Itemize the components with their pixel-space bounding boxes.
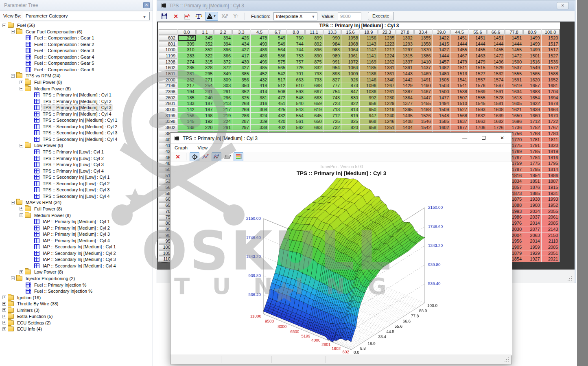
map-cell[interactable]: 1451 [469, 35, 487, 41]
map-cell[interactable]: 315 [196, 59, 214, 65]
tree-item-row[interactable]: IAP :: Primary Inj [Medium] : Cyl 2 [0, 225, 153, 232]
column-header-tps[interactable]: 44.5 [450, 29, 468, 35]
tree-item-label[interactable]: Extra Function (5) [16, 313, 54, 319]
map-cell[interactable]: 822 [341, 101, 359, 107]
map-cell[interactable]: 1722 [542, 119, 560, 125]
row-header-rpm[interactable]: 1199 [159, 53, 177, 59]
map-cell[interactable]: 983 [324, 47, 341, 53]
expand-icon[interactable]: + [20, 207, 23, 210]
map-cell[interactable]: 1422 [433, 35, 450, 41]
map-cell[interactable]: 394 [214, 41, 232, 47]
expand-icon[interactable]: + [2, 315, 6, 318]
tree-item-row[interactable]: IAP :: Secondary Inj [Medium] : Cyl 2 [0, 250, 153, 257]
map-cell[interactable]: 145 [178, 119, 196, 125]
map-cell[interactable]: 1229 [378, 101, 396, 107]
view-by-select[interactable]: Parameter Category ▼ [23, 12, 150, 20]
map-cell[interactable]: 1186 [360, 71, 378, 77]
map-cell[interactable]: 324 [251, 113, 269, 118]
tree-item-row[interactable]: TPS :: Primary Inj [Low] : Cyl 2 [0, 155, 153, 162]
map-cell[interactable]: 432 [251, 77, 269, 83]
tree-item-label[interactable]: Fuel :: Compensation : Gear 6 [33, 67, 95, 72]
map-cell[interactable]: 825 [341, 119, 359, 125]
map-cell[interactable]: 508 [269, 89, 286, 94]
map-cell[interactable]: 1340 [378, 77, 396, 83]
collapse-icon[interactable]: − [11, 30, 15, 33]
tree-item-label[interactable]: TPS :: Secondary Inj [Medium] : Cyl 1 [42, 117, 118, 123]
delete-button[interactable]: ✕ [171, 12, 181, 21]
map-cell[interactable]: 1780 [542, 131, 560, 136]
map-cell[interactable]: 1361 [378, 71, 396, 77]
tree-item-row[interactable]: Fuel :: Compensation : Gear 3 [0, 48, 153, 54]
map-cell[interactable]: 1704 [542, 89, 560, 94]
map-cell[interactable]: 1608 [487, 107, 505, 112]
map-cell[interactable]: 1915 [542, 184, 560, 190]
map-cell[interactable]: 1479 [469, 59, 487, 65]
map-cell[interactable]: 565 [269, 65, 286, 70]
map-cell[interactable]: 261 [214, 125, 232, 130]
tree-folder-row[interactable]: +Limiters (3) [0, 307, 153, 314]
map-cell[interactable]: 990 [324, 35, 341, 41]
map-cell[interactable]: 1370 [414, 47, 432, 53]
map-cell[interactable]: 2014 [523, 238, 541, 244]
map-cell[interactable]: 564 [269, 47, 286, 53]
map-cell[interactable]: 1527 [469, 71, 487, 77]
map-cell[interactable]: 316 [251, 101, 269, 107]
map-cell[interactable]: 899 [305, 35, 323, 41]
map-cell[interactable]: 958 [360, 125, 378, 130]
map-cell[interactable]: 1472 [487, 53, 505, 59]
map-cell[interactable]: 1811 [542, 137, 560, 142]
map-cell[interactable]: 1538 [450, 89, 468, 94]
map-cell[interactable]: 427 [232, 47, 250, 53]
map-cell[interactable]: 1315 [396, 53, 414, 59]
color-legend-button[interactable] [234, 152, 243, 161]
map-cell[interactable]: 1490 [414, 83, 432, 89]
map-cell[interactable]: 1009 [341, 71, 359, 77]
map-cell[interactable]: 1455 [414, 101, 432, 107]
tree-item-row[interactable]: IAP :: Primary Inj [Medium] : Cyl 1 [0, 219, 153, 225]
map-cell[interactable]: 2037 [523, 215, 541, 220]
tree-item-label[interactable]: Injector Proportioning (2) [24, 276, 76, 281]
tree-item-label[interactable]: IAP :: Primary Inj [Medium] : Cyl 1 [42, 219, 111, 224]
map-cell[interactable]: 394 [214, 35, 232, 41]
tree-item-label[interactable]: Fuel :: Secondary Injection % [33, 288, 94, 294]
map-cell[interactable]: 1814 [542, 167, 560, 172]
map-cell[interactable]: 287 [232, 119, 250, 125]
map-cell[interactable]: 1058 [341, 35, 359, 41]
map-cell[interactable]: 1444 [433, 53, 450, 59]
graph-plot-area[interactable]: TunerPro - Version 5.00 TPS :: Primary I… [170, 162, 512, 355]
tree-item-label[interactable]: TPS :: Secondary Inj [Medium] : Cyl 2 [42, 124, 118, 129]
collapse-icon[interactable]: − [20, 213, 23, 217]
map-cell[interactable]: 2061 [542, 215, 560, 220]
row-header-rpm[interactable]: 2199 [159, 83, 177, 89]
map-cell[interactable]: 1358 [414, 41, 432, 47]
map-cell[interactable]: 2021 [542, 256, 560, 262]
row-header-rpm[interactable]: 3398 [159, 119, 177, 125]
tree-folder-row[interactable]: −TPS vs RPM (24) [0, 73, 153, 79]
tree-item-row[interactable]: TPS :: Secondary Inj [Medium] : Cyl 3 [0, 130, 153, 136]
map-cell[interactable]: 1768 [523, 131, 541, 136]
map-cell[interactable]: 356 [232, 77, 250, 83]
tree-folder-row[interactable]: +Throttle By Wire (38) [0, 301, 153, 307]
column-header-tps[interactable]: 1.1 [196, 29, 214, 35]
map-cell[interactable]: 1820 [542, 142, 560, 148]
map-cell[interactable]: 819 [341, 113, 359, 118]
tree-item-row[interactable]: TPS :: Primary Inj [Medium] : Cyl 4 [0, 111, 153, 118]
column-header-tps[interactable]: 39.0 [433, 29, 450, 35]
map-cell[interactable]: 220 [196, 125, 214, 130]
map-cell[interactable]: 217 [178, 83, 196, 89]
tree-item-label[interactable]: TPS :: Primary Inj [Medium] : Cyl 2 [42, 99, 113, 104]
map-cell[interactable]: 303 [214, 83, 232, 89]
map-cell[interactable]: 219 [214, 113, 232, 118]
map-cell[interactable]: 725 [324, 119, 341, 125]
map-cell[interactable]: 1068 [341, 41, 359, 47]
tree-item-label[interactable]: IAP :: Primary Inj [Medium] : Cyl 4 [42, 238, 111, 243]
column-header-tps[interactable]: 18.9 [360, 29, 378, 35]
map-cell[interactable]: 1246 [378, 119, 396, 125]
map-cell[interactable]: 1337 [396, 59, 414, 65]
map-cell[interactable]: 1141 [360, 53, 378, 59]
map-cell[interactable]: 1885 [523, 191, 541, 196]
tree-item-label[interactable]: Fuel :: Compensation : Gear 2 [33, 42, 95, 47]
map-cell[interactable]: 295 [178, 35, 196, 41]
tree-item-row[interactable]: Fuel :: Compensation : Gear 2 [0, 42, 153, 48]
map-cell[interactable]: 425 [269, 107, 286, 112]
